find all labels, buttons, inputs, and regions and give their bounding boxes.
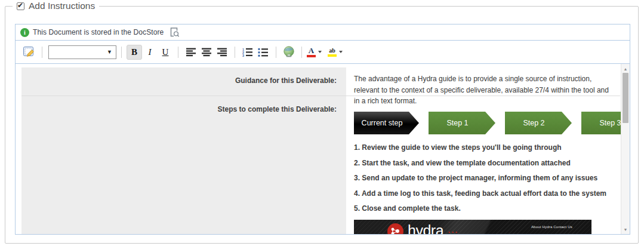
font-color-swatch: [307, 55, 316, 57]
table-row: Steps to complete this Deliverable: Curr…: [21, 96, 620, 234]
guidance-value: The advantage of a Hydra guide is to pro…: [346, 67, 620, 96]
docstore-info-bar: i This Document is stored in the DocStor…: [16, 24, 630, 41]
highlight-color-button[interactable]: ab: [328, 45, 337, 60]
docstore-info-text: This Document is stored in the DocStore: [33, 28, 164, 36]
scrollbar-thumb[interactable]: [623, 73, 628, 123]
fieldset-legend: Add Instructions: [13, 1, 99, 11]
table-row: Guidance for this Deliverable: The advan…: [21, 67, 620, 96]
list-item: 4. Add a time log to this task, feeding …: [354, 189, 630, 198]
add-instructions-fieldset: Add Instructions i This Document is stor…: [5, 6, 639, 244]
insert-image-globe-icon[interactable]: [281, 45, 297, 60]
instructions-list: 1. Review the guide to view the steps yo…: [354, 143, 630, 213]
edit-source-icon[interactable]: [21, 45, 37, 60]
format-dropdown[interactable]: ▼: [48, 45, 116, 59]
hydra-logo-icon: [387, 223, 403, 234]
bullet-list-icon[interactable]: [255, 45, 271, 60]
step-chevron-current: Current step: [354, 112, 419, 134]
hydra-banner-nav: About Hydra Contact Us: [531, 225, 572, 229]
font-color-caret-icon[interactable]: [318, 51, 322, 53]
highlight-swatch: [328, 54, 337, 57]
list-item: 2. Start the task, and view the template…: [354, 159, 630, 167]
editor-scrollbar[interactable]: ▲ ▼: [621, 64, 630, 234]
rich-text-editor: i This Document is stored in the DocStor…: [15, 24, 630, 235]
steps-graphic: Current step Step 1 Step 2 Step 3: [354, 112, 630, 134]
list-item: 1. Review the guide to view the steps yo…: [354, 143, 630, 152]
scroll-up-icon[interactable]: ▲: [621, 64, 630, 73]
list-item: 3. Send an update to the project manager…: [354, 174, 630, 182]
info-icon: i: [20, 28, 29, 37]
italic-button[interactable]: I: [142, 45, 158, 60]
align-left-icon[interactable]: [183, 45, 199, 60]
guidance-label: Guidance for this Deliverable:: [21, 67, 346, 96]
hydra-brand-text: hydra: [408, 223, 443, 234]
toolbar-separator: [276, 47, 276, 58]
document-preview-icon[interactable]: [170, 27, 180, 38]
deliverable-table: Guidance for this Deliverable: The advan…: [21, 67, 620, 234]
add-instructions-checkbox[interactable]: [17, 2, 24, 10]
scroll-down-icon[interactable]: ▼: [621, 225, 630, 233]
step-chevron-2: Step 2: [505, 112, 572, 134]
step-chevron-1: Step 1: [429, 112, 495, 134]
ordered-list-icon[interactable]: 1 2 3: [240, 45, 255, 60]
editor-content-area[interactable]: Guidance for this Deliverable: The advan…: [16, 64, 630, 234]
hydra-logo: hydra ...: [387, 223, 458, 234]
font-color-button[interactable]: A: [307, 45, 316, 60]
toolbar-separator: [235, 47, 235, 58]
bold-button[interactable]: B: [127, 45, 142, 60]
list-item: 5. Close and complete the task.: [354, 204, 630, 213]
toolbar-separator: [42, 47, 42, 58]
hydra-banner-image: hydra ... About Hydra Contact Us: [354, 220, 591, 234]
svg-text:3: 3: [242, 54, 244, 57]
toolbar-separator: [301, 47, 302, 58]
steps-value: Current step Step 1 Step 2 Step 3 1. Rev…: [346, 96, 630, 234]
highlight-caret-icon[interactable]: [339, 51, 343, 53]
underline-button[interactable]: U: [158, 45, 173, 60]
toolbar-separator: [121, 47, 122, 58]
chevron-down-icon: ▼: [107, 49, 112, 55]
fieldset-legend-label: Add Instructions: [29, 1, 95, 11]
align-center-icon[interactable]: [199, 45, 214, 60]
steps-label: Steps to complete this Deliverable:: [21, 96, 346, 234]
hydra-brand-dots: ...: [448, 223, 458, 234]
toolbar-separator: [178, 47, 178, 58]
formatting-toolbar: ▼ B I U: [16, 41, 630, 64]
align-right-icon[interactable]: [214, 45, 230, 60]
